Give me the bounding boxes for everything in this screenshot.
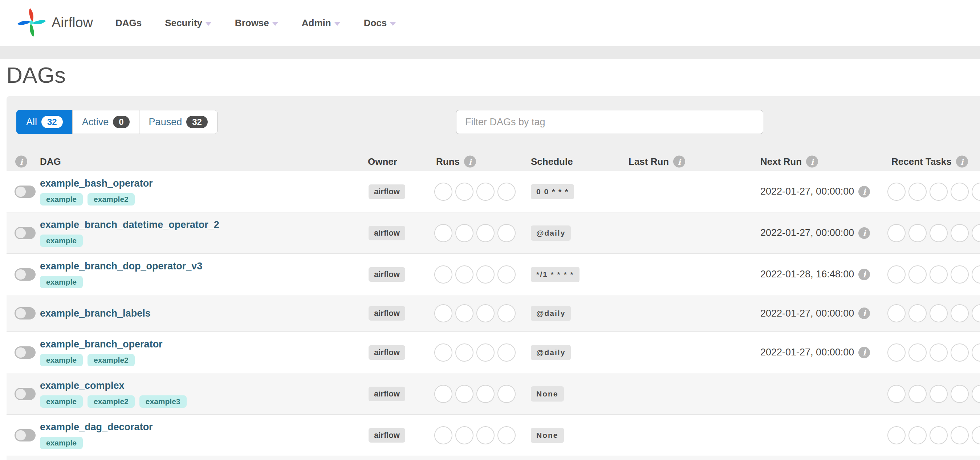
run-status-circle <box>434 224 452 242</box>
dag-name-link[interactable]: example_dag_decorator <box>40 422 153 433</box>
dag-tag[interactable]: example <box>40 437 83 449</box>
dag-name-link[interactable]: example_branch_operator <box>40 339 163 350</box>
info-icon: i <box>858 347 870 358</box>
info-icon: i <box>956 156 968 168</box>
next-run-date: 2022-01-27, 00:00:00 <box>760 227 854 239</box>
task-status-circle <box>908 344 927 361</box>
tab-paused[interactable]: Paused 32 <box>139 110 218 134</box>
dag-pause-toggle[interactable] <box>14 307 36 320</box>
task-status-circle <box>972 385 980 403</box>
info-icon: i <box>858 186 870 197</box>
dag-cell: example_branch_labels <box>40 295 151 331</box>
table-header: i DAG Owner Runsi Schedule Last Runi Nex… <box>6 153 980 170</box>
task-status-circle <box>951 426 969 444</box>
run-status-circle <box>434 385 452 403</box>
run-status-circle <box>476 224 495 242</box>
nav-item-label: Admin <box>302 18 331 29</box>
dag-cell: example_branch_datetime_operator_2 examp… <box>40 212 219 253</box>
airflow-brand[interactable]: Airflow <box>17 6 93 39</box>
task-status-circle <box>972 304 980 322</box>
dag-pause-toggle[interactable] <box>14 268 36 281</box>
runs-status-circles <box>434 266 515 283</box>
dag-pause-toggle[interactable] <box>14 388 36 400</box>
dag-pause-toggle[interactable] <box>14 186 36 198</box>
next-run-cell: 2022-01-28, 16:48:00 i <box>760 269 870 280</box>
dag-tag[interactable]: example2 <box>88 354 135 366</box>
task-status-circle <box>972 224 980 242</box>
dag-cell: example_branch_operator exampleexample2 <box>40 332 163 373</box>
column-label: DAG <box>40 156 61 167</box>
nav-item-browse[interactable]: Browse <box>235 18 278 29</box>
column-header-last-run[interactable]: Last Runi <box>628 156 685 168</box>
dag-tag[interactable]: example <box>40 193 83 205</box>
run-status-circle <box>476 183 495 201</box>
column-label: Schedule <box>531 156 573 167</box>
runs-status-circles <box>434 304 515 322</box>
dag-tag[interactable]: example3 <box>140 395 187 408</box>
run-status-circle <box>434 183 452 201</box>
chevron-down-icon <box>205 22 212 26</box>
dag-name-link[interactable]: example_branch_datetime_operator_2 <box>40 219 219 231</box>
dag-pause-toggle[interactable] <box>14 429 36 441</box>
column-header-schedule[interactable]: Schedule <box>531 156 573 167</box>
dag-tag[interactable]: example <box>40 395 83 408</box>
column-header-dag[interactable]: DAG <box>40 156 61 167</box>
schedule-badge: @daily <box>531 226 571 241</box>
run-status-circle <box>455 344 474 361</box>
run-status-circle <box>498 224 515 242</box>
run-status-circle <box>434 344 452 361</box>
dag-name-link[interactable]: example_bash_operator <box>40 178 153 189</box>
dag-name-link[interactable]: example_branch_dop_operator_v3 <box>40 261 202 272</box>
run-status-circle <box>476 344 495 361</box>
dag-tags: example <box>40 234 219 247</box>
dag-tags: exampleexample2example3 <box>40 395 187 408</box>
task-status-circle <box>888 344 905 361</box>
schedule-badge: None <box>531 428 564 443</box>
tab-all[interactable]: All 32 <box>16 110 73 134</box>
run-status-circle <box>476 304 495 322</box>
next-run-cell: 2022-01-27, 00:00:00 i <box>760 227 870 239</box>
airflow-logo-icon <box>17 6 46 39</box>
task-status-circle <box>908 426 927 444</box>
dag-tag[interactable]: example2 <box>88 395 135 408</box>
nav-item-dags[interactable]: DAGs <box>116 18 142 29</box>
nav-item-label: DAGs <box>116 18 142 29</box>
dag-tag[interactable]: example <box>40 234 83 247</box>
column-header-recent-tasks[interactable]: Recent Tasksi <box>891 156 968 168</box>
run-status-circle <box>455 385 474 403</box>
dag-row: example_branch_operator exampleexample2 … <box>6 331 980 373</box>
navbar: Airflow DAGs Security Browse Admin Docs <box>0 0 980 46</box>
runs-status-circles <box>434 183 515 201</box>
owner-badge: airflow <box>369 428 405 442</box>
task-status-circle <box>908 266 927 283</box>
dag-tags: example <box>40 437 153 449</box>
nav-item-security[interactable]: Security <box>165 18 212 29</box>
task-status-circle <box>908 224 927 242</box>
column-header-runs[interactable]: Runsi <box>436 156 476 168</box>
dag-name-link[interactable]: example_complex <box>40 380 187 392</box>
run-status-circle <box>476 426 495 444</box>
schedule-badge: None <box>531 386 564 401</box>
tab-active[interactable]: Active 0 <box>72 110 140 134</box>
dag-name-link[interactable]: example_branch_labels <box>40 308 151 319</box>
nav-item-docs[interactable]: Docs <box>364 18 396 29</box>
runs-status-circles <box>434 426 515 444</box>
dag-info-icon: i <box>15 156 27 168</box>
schedule-badge: 0 0 * * * <box>531 184 574 199</box>
task-status-circle <box>951 224 969 242</box>
task-status-circle <box>972 266 980 283</box>
filter-dags-by-tag-input[interactable] <box>456 110 763 134</box>
nav-item-admin[interactable]: Admin <box>302 18 340 29</box>
tab-label: Paused <box>149 116 182 128</box>
column-label: Recent Tasks <box>891 156 952 167</box>
column-header-owner[interactable]: Owner <box>368 156 397 167</box>
column-header-next-run[interactable]: Next Runi <box>760 156 818 168</box>
dag-tag[interactable]: example2 <box>88 193 135 205</box>
tab-label: Active <box>82 116 109 128</box>
task-status-circle <box>929 385 948 403</box>
dag-pause-toggle[interactable] <box>14 346 36 359</box>
dag-tag[interactable]: example <box>40 276 83 288</box>
dag-pause-toggle[interactable] <box>14 227 36 239</box>
dag-tag[interactable]: example <box>40 354 83 366</box>
dag-tags: exampleexample2 <box>40 193 153 205</box>
